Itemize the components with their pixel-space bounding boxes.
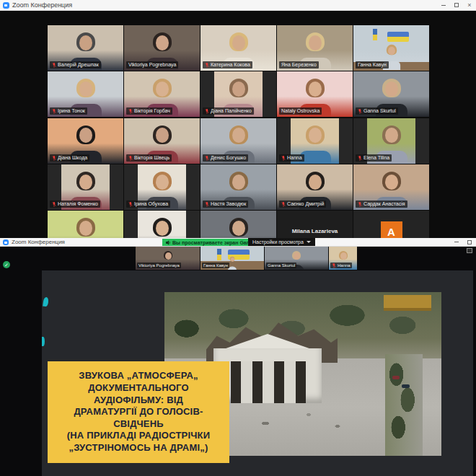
participant-name-label: Ірина Обухова (126, 200, 170, 208)
participant-tile[interactable]: Elena Tilina (353, 118, 429, 164)
participant-tile[interactable]: Viktoriya Pogrebnaya (124, 25, 200, 71)
participant-tile[interactable]: Hanna (329, 247, 357, 270)
participant-video (200, 211, 276, 238)
slide-title-box: ЗВУКОВА „АТМОСФЕРА„ ДОКУМЕНТАЛЬНОГО АУДІ… (48, 361, 229, 463)
shared-screen: ДЕТИ ЗВУКОВА „АТМОСФЕРА„ ДОКУМЕНТАЛЬНОГО… (0, 247, 476, 476)
maximize-button[interactable] (450, 0, 463, 10)
participant-tile[interactable]: Денис Богушко (200, 118, 276, 164)
photo-car (392, 376, 400, 379)
participant-video (138, 211, 186, 238)
window-controls (450, 238, 476, 246)
mic-muted-icon (52, 201, 56, 207)
participant-tile[interactable]: Влад Галич (200, 211, 276, 238)
participant-tile[interactable]: A Анастасія Семенюк (353, 211, 429, 238)
participant-tile[interactable]: Ганна Кавун (353, 25, 429, 71)
participant-name: Nataly Ostrovska (281, 107, 319, 115)
participant-name-label: Ганна Кавун (202, 263, 229, 268)
participant-name: Ірина Тонок (58, 107, 85, 115)
participant-tile[interactable]: Ганна Кавун (200, 247, 264, 270)
mic-muted-icon (358, 155, 362, 161)
zoom-share-window: Zoom Конференция Вы просматриваете экран… (0, 238, 476, 476)
participant-tile[interactable]: Ganna Skurtul (353, 71, 429, 117)
participant-name-label: Nataly Ostrovska (279, 107, 322, 115)
participant-name-label: Катерина Кокова (203, 61, 252, 69)
participant-name: Hanna (287, 154, 302, 162)
photo-car (402, 384, 410, 388)
participant-name-label: Hanna (330, 263, 352, 268)
participant-name: Катерина Кокова (211, 61, 250, 69)
participant-name-label: Наталія Фоменко (50, 200, 100, 208)
mic-muted-icon (205, 201, 209, 207)
view-settings-label: Настройки просмотра (252, 239, 304, 244)
participant-tile[interactable]: Hanna (277, 118, 353, 164)
participant-name: Денис Богушко (211, 154, 246, 162)
participant-tile[interactable]: Вікторія Тертична (124, 211, 200, 238)
minimize-button[interactable] (437, 0, 450, 10)
mic-muted-icon (281, 155, 286, 161)
participant-tile[interactable]: Viktoriya Pogrebnaya (136, 247, 200, 270)
avatar: A (381, 221, 402, 238)
participant-name-label: Діана Шкода (50, 154, 89, 162)
participant-tile[interactable]: Вікторія Горбач (124, 71, 200, 117)
mic-muted-icon (205, 62, 209, 68)
screen: Zoom Конференция Валерій Дрешпак Viktori… (0, 0, 476, 476)
participant-name: Наталія Фоменко (58, 200, 98, 208)
participant-name: Ірина Обухова (134, 200, 168, 208)
minimize-button[interactable] (450, 238, 463, 246)
participant-tile[interactable]: Діана Шкода (48, 118, 123, 164)
participant-name: Viktoriya Pogrebnaya (128, 61, 176, 69)
zoom-logo-icon (3, 239, 9, 245)
participant-name-label: Hanna (279, 154, 304, 162)
photo-debris (208, 406, 352, 435)
participant-tile[interactable]: Наталія Фоменко (48, 164, 123, 210)
participant-tile[interactable]: Яна Березенко (277, 25, 353, 71)
participant-name-label: Сардак Анастасія (356, 200, 407, 208)
participant-name: Яна Березенко (281, 61, 317, 69)
window-title: Zoom Конференция (12, 1, 72, 9)
participant-tile[interactable]: Катерина Кокова (200, 25, 276, 71)
person-silhouette (138, 211, 186, 238)
mic-muted-icon (52, 62, 56, 68)
participant-name: Сардак Анастасія (363, 200, 405, 208)
participant-tile[interactable]: Валерій Дрешпак (48, 25, 123, 71)
participant-name-label: Elena Tilina (356, 154, 392, 162)
close-button[interactable] (463, 0, 476, 10)
photo-building-far (384, 295, 431, 311)
participant-tile[interactable]: Ganna Skurtul (265, 247, 328, 270)
participant-tile[interactable]: Ірина Тонок (48, 71, 123, 117)
participant-tile[interactable]: Юлія Слободенюк (48, 211, 123, 238)
participant-tile[interactable]: Nataly Ostrovska (277, 71, 353, 117)
zoom-gallery-window: Zoom Конференция Валерій Дрешпак Viktori… (0, 0, 476, 238)
window-controls (437, 0, 476, 10)
participant-name: Elena Tilina (363, 154, 389, 162)
participant-gallery: Валерій Дрешпак Viktoriya Pogrebnaya Кат… (0, 11, 476, 238)
participant-video (48, 211, 123, 238)
participant-tile[interactable]: Сардак Анастасія (353, 164, 429, 210)
participant-name-label: Денис Богушко (203, 154, 248, 162)
titlebar[interactable]: Zoom Конференция (0, 0, 476, 11)
participant-name-label: Саєнко Дмитрій (279, 200, 326, 208)
participant-name: Діана Палійченко (211, 107, 252, 115)
maximize-button[interactable] (463, 238, 476, 246)
participant-tile[interactable]: Настя Заводюк (200, 164, 276, 210)
view-settings-button[interactable]: Настройки просмотра (248, 238, 315, 246)
mic-muted-icon (128, 155, 133, 161)
filmstrip: Viktoriya Pogrebnaya Ганна Кавун Ganna S… (0, 246, 476, 270)
participant-name: Вікторія Горбач (134, 107, 170, 115)
participant-tile[interactable]: Саєнко Дмитрій (277, 164, 353, 210)
participant-tile[interactable]: Ірина Обухова (124, 164, 200, 210)
view-mode-icon[interactable] (467, 248, 472, 253)
participant-name-label: Viktoriya Pogrebnaya (137, 263, 181, 268)
participant-name-label: Вікторія Швець (126, 154, 172, 162)
participant-name: Ganna Skurtul (363, 107, 396, 115)
mic-muted-icon (205, 155, 209, 161)
participant-name-label: Viktoriya Pogrebnaya (126, 61, 178, 69)
person-silhouette (200, 211, 276, 238)
participant-tile[interactable]: Milana Lazarieva Milana Lazarieva (277, 211, 353, 238)
participant-tile[interactable]: Діана Палійченко (200, 71, 276, 117)
presentation-slide: ДЕТИ ЗВУКОВА „АТМОСФЕРА„ ДОКУМЕНТАЛЬНОГО… (42, 270, 473, 476)
participant-name: Вікторія Швець (134, 154, 169, 162)
encryption-shield-icon[interactable] (3, 261, 10, 268)
participant-tile[interactable]: Вікторія Швець (124, 118, 200, 164)
participant-name-label: Яна Березенко (279, 61, 319, 69)
